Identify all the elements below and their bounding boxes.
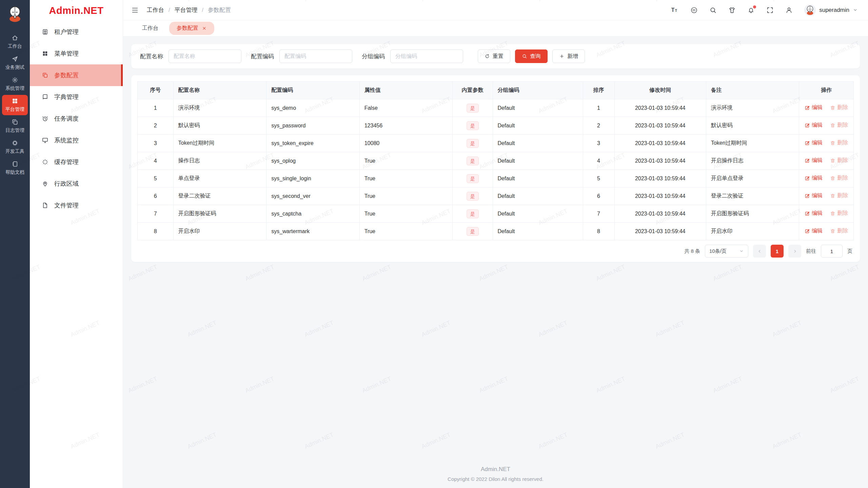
prev-page-button[interactable] [753, 245, 766, 258]
delete-button[interactable]: 删除 [830, 157, 848, 164]
language-icon[interactable]: 中 [690, 6, 698, 14]
delete-label: 删除 [837, 227, 848, 235]
delete-button[interactable]: 删除 [830, 227, 848, 235]
delete-button[interactable]: 删除 [830, 139, 848, 146]
cell-builtin: 是 [453, 117, 493, 135]
sidebar-item-task[interactable]: 任务调度 [30, 108, 123, 129]
cell-actions: 编辑删除 [799, 117, 854, 135]
theme-icon[interactable] [728, 6, 736, 14]
delete-button[interactable]: 删除 [830, 122, 848, 129]
rail-item-docs[interactable]: 帮助文档 [2, 158, 28, 178]
page-number-button[interactable]: 1 [771, 245, 784, 258]
collapse-menu-icon[interactable] [131, 6, 139, 14]
tenant-icon [42, 28, 48, 35]
rail-item-platform[interactable]: 平台管理 [2, 95, 28, 115]
rail-item-label: 系统管理 [5, 85, 24, 92]
builtin-badge: 是 [467, 121, 479, 130]
topbar-actions: TT 中 superadmin [670, 4, 858, 16]
sidebar-item-cache[interactable]: 缓存管理 [30, 151, 123, 173]
avatar [804, 4, 816, 16]
delete-button[interactable]: 删除 [830, 175, 848, 182]
svg-text:T: T [675, 9, 677, 13]
edit-button[interactable]: 编辑 [805, 157, 823, 164]
edit-button[interactable]: 编辑 [805, 192, 823, 199]
edit-button[interactable]: 编辑 [805, 139, 823, 146]
tab-config[interactable]: 参数配置 [169, 22, 214, 35]
close-icon[interactable] [202, 26, 207, 31]
cell-sort: 6 [583, 187, 614, 205]
group-code-input[interactable] [390, 49, 463, 63]
app-logo[interactable] [5, 4, 25, 24]
column-header: 序号 [138, 82, 174, 99]
rail-item-devtools[interactable]: 开发工具 [2, 137, 28, 157]
column-header: 配置编码 [267, 82, 360, 99]
next-page-button[interactable] [788, 245, 801, 258]
config-code-input[interactable] [279, 49, 352, 63]
fullscreen-icon[interactable] [766, 6, 774, 14]
tab-label: 工作台 [142, 25, 158, 32]
rail-item-business-test[interactable]: 业务测试 [2, 53, 28, 73]
font-size-icon[interactable]: TT [670, 6, 679, 14]
sidebar-item-tenant[interactable]: 租户管理 [30, 21, 123, 43]
sidebar-item-monitor[interactable]: 系统监控 [30, 129, 123, 151]
add-button[interactable]: 新增 [552, 49, 585, 63]
rail-item-system[interactable]: 系统管理 [2, 74, 28, 94]
page-footer: Admin.NET Copyright © 2022 Dilon All rig… [123, 466, 868, 482]
sidebar-item-file[interactable]: 文件管理 [30, 195, 123, 216]
sidebar-item-menu[interactable]: 菜单管理 [30, 43, 123, 64]
table-header-row: 序号配置名称配置编码属性值内置参数分组编码排序修改时间备注操作 [138, 82, 854, 99]
sidebar-item-label: 字典管理 [54, 93, 79, 101]
cell-code: sys_wartermark [267, 223, 360, 240]
page-size-select[interactable]: 10条/页 [705, 245, 748, 258]
breadcrumb-item[interactable]: 平台管理 [174, 6, 197, 14]
cell-index: 7 [138, 205, 174, 223]
edit-button[interactable]: 编辑 [805, 175, 823, 182]
breadcrumb-item-current: 参数配置 [208, 6, 231, 14]
grid-icon [12, 98, 18, 104]
cell-name: 单点登录 [173, 170, 267, 187]
rail-item-label: 开发工具 [5, 148, 24, 155]
edit-button[interactable]: 编辑 [805, 122, 823, 129]
rail-item-label: 日志管理 [5, 127, 24, 134]
column-header: 内置参数 [453, 82, 493, 99]
tab-workbench[interactable]: 工作台 [135, 22, 166, 35]
tab-label: 参数配置 [177, 25, 198, 32]
user-dropdown[interactable]: superadmin [804, 4, 858, 16]
column-header: 备注 [706, 82, 799, 99]
sidebar-item-label: 行政区域 [54, 180, 79, 188]
edit-button[interactable]: 编辑 [805, 104, 823, 111]
sidebar-logo-text[interactable]: Admin.NET [30, 0, 123, 21]
delete-button[interactable]: 删除 [830, 210, 848, 217]
plus-icon [559, 54, 565, 59]
search-icon[interactable] [709, 6, 717, 14]
edit-label: 编辑 [812, 192, 823, 199]
edit-icon [805, 158, 810, 163]
cell-value: False [359, 99, 453, 117]
rail-item-log[interactable]: 日志管理 [2, 116, 28, 136]
reset-button[interactable]: 重置 [478, 49, 510, 63]
sidebar-item-label: 系统监控 [54, 136, 79, 144]
sidebar-item-dict[interactable]: 字典管理 [30, 86, 123, 108]
breadcrumb-item[interactable]: 工作台 [147, 6, 164, 14]
sidebar-item-region[interactable]: 行政区域 [30, 173, 123, 195]
builtin-badge: 是 [467, 209, 479, 218]
search-button[interactable]: 查询 [515, 49, 548, 63]
profile-icon[interactable] [785, 6, 793, 14]
builtin-badge: 是 [467, 227, 479, 236]
delete-button[interactable]: 删除 [830, 104, 848, 111]
edit-button[interactable]: 编辑 [805, 227, 823, 235]
cell-sort: 5 [583, 170, 614, 187]
svg-text:T: T [671, 7, 675, 13]
notification-bell-icon[interactable] [747, 6, 755, 14]
builtin-badge: 是 [467, 157, 479, 165]
cell-time: 2023-01-03 10:59:44 [614, 152, 706, 170]
edit-button[interactable]: 编辑 [805, 210, 823, 217]
sidebar-item-config[interactable]: 参数配置 [30, 64, 123, 86]
rail-item-workbench[interactable]: 工作台 [2, 32, 28, 52]
goto-page-input[interactable] [821, 245, 843, 258]
delete-button[interactable]: 删除 [830, 192, 848, 199]
config-name-input[interactable] [169, 49, 241, 63]
builtin-badge: 是 [467, 174, 479, 183]
cell-remark: 默认密码 [706, 117, 799, 135]
builtin-badge: 是 [467, 139, 479, 148]
